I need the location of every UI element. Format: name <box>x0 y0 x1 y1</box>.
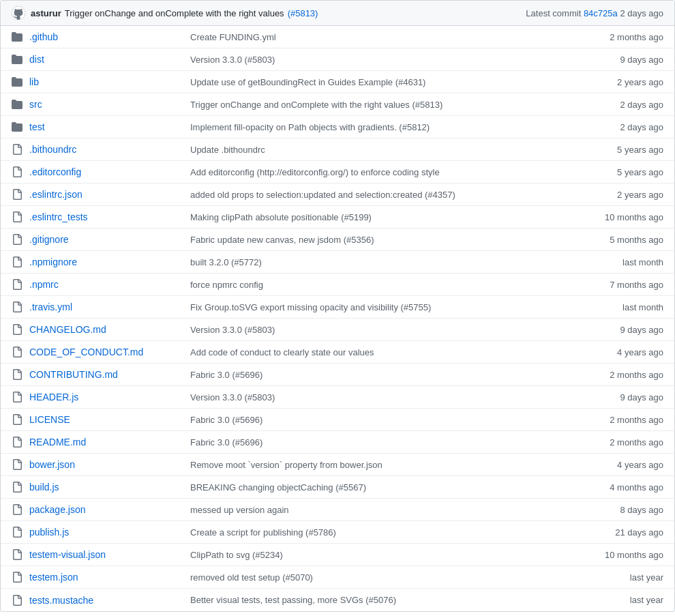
file-name[interactable]: dist <box>29 54 179 65</box>
file-icon <box>12 527 24 538</box>
file-message: Implement fill-opacity on Path objects w… <box>179 122 588 132</box>
file-age: 2 years ago <box>588 190 663 200</box>
file-icon <box>12 211 24 222</box>
file-message: force npmrc config <box>179 280 588 290</box>
file-name[interactable]: package.json <box>29 504 179 515</box>
file-message: built 3.2.0 (#5772) <box>179 257 588 267</box>
file-icon <box>12 256 24 267</box>
file-name[interactable]: .github <box>29 31 179 42</box>
file-age: 9 days ago <box>588 392 663 402</box>
file-message: Fabric update new canvas, new jsdom (#53… <box>179 235 588 245</box>
folder-icon <box>12 99 24 110</box>
file-icon <box>12 234 24 245</box>
file-message: ClipPath to svg (#5234) <box>179 550 588 560</box>
file-name[interactable]: README.md <box>29 437 179 448</box>
file-message: added old props to selection:updated and… <box>179 190 588 200</box>
file-message: Fix Group.toSVG export missing opacity a… <box>179 302 588 312</box>
file-icon <box>12 324 24 335</box>
table-row: HEADER.jsVersion 3.3.0 (#5803)9 days ago <box>1 386 674 409</box>
file-name[interactable]: .bithoundrc <box>29 144 179 155</box>
table-row: tests.mustacheBetter visual tests, test … <box>1 589 674 611</box>
file-message: Version 3.3.0 (#5803) <box>179 325 588 335</box>
file-name[interactable]: CONTRIBUTING.md <box>29 369 179 380</box>
file-age: 21 days ago <box>588 527 663 538</box>
file-name[interactable]: .npmrc <box>29 279 179 290</box>
file-age: 2 days ago <box>588 100 663 110</box>
file-name[interactable]: build.js <box>29 482 179 493</box>
file-icon <box>12 595 24 606</box>
file-message: Making clipPath absolute positionable (#… <box>179 212 588 222</box>
table-row: bower.jsonRemove moot `version` property… <box>1 454 674 476</box>
file-name[interactable]: .travis.yml <box>29 302 179 312</box>
table-row: libUpdate use of getBoundingRect in Guid… <box>1 71 674 93</box>
file-message: Version 3.3.0 (#5803) <box>179 55 588 65</box>
file-age: 2 months ago <box>588 437 663 448</box>
file-icon <box>12 369 24 380</box>
repository-file-table: asturur Trigger onChange and onComplete … <box>0 0 675 612</box>
file-message: Fabric 3.0 (#5696) <box>179 415 588 425</box>
file-age: 2 days ago <box>588 122 663 132</box>
file-age: last month <box>588 257 663 267</box>
file-name[interactable]: HEADER.js <box>29 392 179 402</box>
file-message: messed up version again <box>179 505 588 515</box>
file-message: removed old test setup (#5070) <box>179 572 588 583</box>
file-name[interactable]: .eslintrc_tests <box>29 211 179 222</box>
table-row: .npmrcforce npmrc config7 months ago <box>1 274 674 296</box>
folder-icon <box>12 121 24 132</box>
file-icon <box>12 166 24 177</box>
file-name[interactable]: .npmignore <box>29 256 179 267</box>
file-message: Version 3.3.0 (#5803) <box>179 392 588 402</box>
avatar <box>12 6 25 20</box>
table-row: README.mdFabric 3.0 (#5696)2 months ago <box>1 431 674 454</box>
file-name[interactable]: tests.mustache <box>29 595 179 606</box>
table-row: .githubCreate FUNDING.yml2 months ago <box>1 26 674 48</box>
file-age: 4 years ago <box>588 460 663 470</box>
file-name[interactable]: bower.json <box>29 459 179 470</box>
file-icon <box>12 504 24 515</box>
file-name[interactable]: lib <box>29 76 179 87</box>
folder-icon <box>12 54 24 65</box>
table-row: .editorconfigAdd editorconfig (http://ed… <box>1 161 674 184</box>
file-name[interactable]: .gitignore <box>29 234 179 245</box>
file-age: 2 months ago <box>588 370 663 380</box>
file-icon <box>12 347 24 357</box>
file-name[interactable]: src <box>29 99 179 110</box>
file-name[interactable]: .eslintrc.json <box>29 189 179 200</box>
file-message: BREAKING changing objectCaching (#5567) <box>179 482 588 493</box>
commit-message: Trigger onChange and onComplete with the… <box>65 8 284 18</box>
file-name[interactable]: test <box>29 121 179 132</box>
table-row: distVersion 3.3.0 (#5803)9 days ago <box>1 48 674 71</box>
file-message: Fabric 3.0 (#5696) <box>179 370 588 380</box>
commit-hash[interactable]: 84c725a <box>584 8 618 18</box>
file-message: Add editorconfig (http://editorconfig.or… <box>179 167 588 177</box>
commit-author[interactable]: asturur <box>31 8 61 18</box>
file-age: 10 months ago <box>588 212 663 222</box>
folder-icon <box>12 76 24 87</box>
table-row: .eslintrc.jsonadded old props to selecti… <box>1 184 674 206</box>
file-icon <box>12 279 24 290</box>
table-row: CONTRIBUTING.mdFabric 3.0 (#5696)2 month… <box>1 364 674 386</box>
file-message: Fabric 3.0 (#5696) <box>179 437 588 448</box>
file-name[interactable]: publish.js <box>29 527 179 538</box>
table-row: srcTrigger onChange and onComplete with … <box>1 93 674 116</box>
file-name[interactable]: .editorconfig <box>29 166 179 177</box>
file-name[interactable]: CHANGELOG.md <box>29 324 179 335</box>
file-name[interactable]: CODE_OF_CONDUCT.md <box>29 347 179 357</box>
file-message: Better visual tests, test passing, more … <box>179 595 588 605</box>
file-age: 7 months ago <box>588 280 663 290</box>
file-age: 4 months ago <box>588 482 663 493</box>
commit-pr-link[interactable]: (#5813) <box>288 8 318 18</box>
file-message: Add code of conduct to clearly state our… <box>179 347 588 357</box>
file-name[interactable]: LICENSE <box>29 414 179 425</box>
table-row: .gitignoreFabric update new canvas, new … <box>1 229 674 251</box>
file-message: Remove moot `version` property from bowe… <box>179 460 588 470</box>
table-row: package.jsonmessed up version again8 day… <box>1 499 674 521</box>
file-icon <box>12 572 24 583</box>
file-name[interactable]: testem.json <box>29 572 179 583</box>
file-name[interactable]: testem-visual.json <box>29 549 179 560</box>
file-age: 2 years ago <box>588 77 663 87</box>
file-age: 9 days ago <box>588 55 663 65</box>
table-row: testem.jsonremoved old test setup (#5070… <box>1 566 674 589</box>
file-icon <box>12 302 24 312</box>
file-icon <box>12 437 24 448</box>
